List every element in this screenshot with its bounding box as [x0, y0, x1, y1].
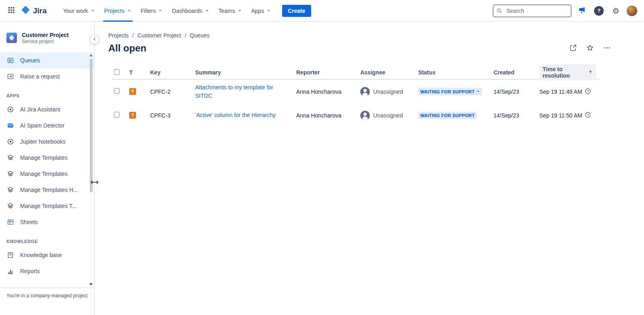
table-grid-icon [6, 218, 14, 226]
star-icon [586, 44, 594, 53]
status-dropdown[interactable]: WAITING FOR SUPPORT [418, 88, 482, 95]
project-header: Customer Project Service project [0, 31, 94, 52]
search-input[interactable] [493, 4, 572, 17]
layers-icon [6, 186, 14, 194]
column-header-created[interactable]: Created [491, 69, 537, 76]
column-header-time-to-resolution[interactable]: Time to resolution [537, 64, 599, 80]
sidebar-collapse-button[interactable] [90, 35, 99, 44]
more-actions-button[interactable] [601, 42, 613, 55]
issue-summary-link[interactable]: Attachments to my template for SITDC [195, 83, 283, 100]
nav-teams[interactable]: Teams [214, 0, 247, 22]
column-header-summary[interactable]: Summary [193, 69, 294, 76]
sidebar-item-manage-templates-2[interactable]: Manage Templates [0, 166, 94, 182]
user-avatar[interactable] [626, 5, 638, 16]
nav-dashboards[interactable]: Dashboards [167, 0, 214, 22]
sidebar-item-raise-request[interactable]: Raise a request [0, 68, 94, 84]
cell-created: 14/Sep/23 [491, 112, 537, 119]
sidebar-item-manage-templates-h[interactable]: Manage Templates H... [0, 182, 94, 198]
settings-button[interactable]: ⚙ [609, 4, 622, 17]
chevron-down-icon [266, 7, 271, 14]
column-header-type[interactable]: T [127, 69, 148, 76]
nav-apps[interactable]: Apps [247, 0, 276, 22]
app-switcher-button[interactable] [5, 4, 18, 17]
sidebar-item-reports[interactable]: Reports [0, 263, 94, 279]
project-avatar-icon [6, 33, 17, 43]
search-icon [496, 8, 502, 15]
gear-icon: ⚙ [612, 7, 619, 15]
cell-reporter: Anna Honcharova [294, 89, 358, 95]
chevron-down-icon [90, 7, 95, 14]
chevron-down-icon [237, 7, 242, 14]
issue-summary-link[interactable]: 'Active' column for the Hierarchy [195, 111, 276, 119]
sidebar-item-queues[interactable]: Queues [0, 52, 94, 68]
sidebar-item-ai-jira-assistant[interactable]: AI Jira Assistant [0, 101, 94, 117]
help-icon: ? [594, 6, 604, 16]
app-body: Customer Project Service project Queues … [0, 22, 644, 315]
nav-projects[interactable]: Projects [100, 0, 136, 22]
cell-status: WAITING FOR SUPPORT [416, 88, 491, 95]
apps-section-title: APPS [0, 84, 94, 101]
nav-filters[interactable]: Filters [136, 0, 167, 22]
nav-your-work[interactable]: Your work [59, 0, 100, 22]
column-header-key[interactable]: Key [148, 69, 193, 76]
star-button[interactable] [584, 42, 597, 55]
row-checkbox[interactable] [114, 112, 120, 117]
question-type-icon: ? [129, 88, 136, 95]
page-title: All open [108, 43, 147, 54]
create-button[interactable]: Create [282, 5, 311, 17]
table-row: ? CPFC-3 'Active' column for the Hierarc… [111, 103, 599, 127]
announcement-button[interactable] [576, 4, 588, 17]
knowledge-section-title: KNOWLEDGE [0, 230, 94, 247]
mail-icon [6, 122, 14, 129]
external-link-icon [569, 44, 577, 53]
sidebar-item-manage-templates-t[interactable]: Manage Templates T... [0, 198, 94, 214]
scrollbar-up-arrow[interactable] [89, 54, 93, 56]
global-search [493, 4, 572, 17]
jira-wordmark: Jira [33, 6, 47, 15]
megaphone-icon [578, 6, 586, 15]
project-name: Customer Project [22, 31, 69, 39]
column-header-reporter[interactable]: Reporter [294, 69, 358, 76]
jira-logo[interactable]: Jira [18, 5, 50, 16]
cell-key: CPFC-3 [148, 112, 193, 119]
row-checkbox[interactable] [114, 88, 120, 94]
sidebar-item-manage-templates-1[interactable]: Manage Templates [0, 150, 94, 166]
column-header-assignee[interactable]: Assignee [358, 69, 416, 76]
primary-nav: Your work Projects Filters Dashboards Te… [59, 0, 276, 22]
cell-key: CPFC-2 [148, 89, 193, 95]
open-in-new-button[interactable] [567, 42, 580, 55]
chevron-down-icon [204, 7, 210, 14]
sidebar-item-jupiter-notebooks[interactable]: Jupiter Notebooks [0, 134, 94, 150]
sidebar-item-sheets[interactable]: Sheets [0, 214, 94, 230]
nav-right-cluster: ? ⚙ [493, 4, 638, 17]
title-actions [567, 42, 634, 55]
sidebar-footer-note: You're in a company-managed project [0, 288, 94, 315]
cell-time-to-resolution: Sep 19 11:49 AM [537, 88, 599, 96]
unassigned-avatar-icon [360, 87, 370, 97]
question-type-icon: ? [129, 112, 136, 119]
sidebar-item-ai-spam-detector[interactable]: AI Spam Detector [0, 117, 94, 134]
main-content: Projects Customer Project Queues All ope… [95, 22, 644, 315]
status-chip[interactable]: WAITING FOR SUPPORT [418, 112, 477, 119]
raise-request-icon [6, 73, 14, 80]
chevron-down-icon [158, 7, 163, 14]
breadcrumb-customer-project[interactable]: Customer Project [137, 32, 181, 39]
cell-assignee: Unassigned [358, 111, 416, 120]
chevron-down-icon [126, 7, 132, 14]
chevron-left-icon [92, 36, 97, 43]
table-row: ? CPFC-2 Attachments to my template for … [111, 80, 599, 103]
scrollbar-down-arrow[interactable] [89, 283, 93, 286]
layers-icon [6, 170, 14, 177]
target-icon [6, 106, 14, 113]
breadcrumb-separator [132, 32, 134, 39]
breadcrumb-queues[interactable]: Queues [190, 32, 210, 39]
breadcrumb-projects[interactable]: Projects [108, 32, 129, 39]
jira-logo-mark-icon [21, 5, 30, 16]
sidebar-item-knowledge-base[interactable]: Knowledge base [0, 247, 94, 263]
select-all-checkbox[interactable] [114, 69, 120, 75]
column-header-status[interactable]: Status [416, 69, 491, 76]
queue-table: T Key Summary Reporter Assignee Status C… [111, 64, 599, 127]
sidebar-scrollbar-thumb[interactable] [90, 59, 93, 192]
layers-icon [6, 202, 14, 210]
help-button[interactable]: ? [592, 4, 605, 17]
